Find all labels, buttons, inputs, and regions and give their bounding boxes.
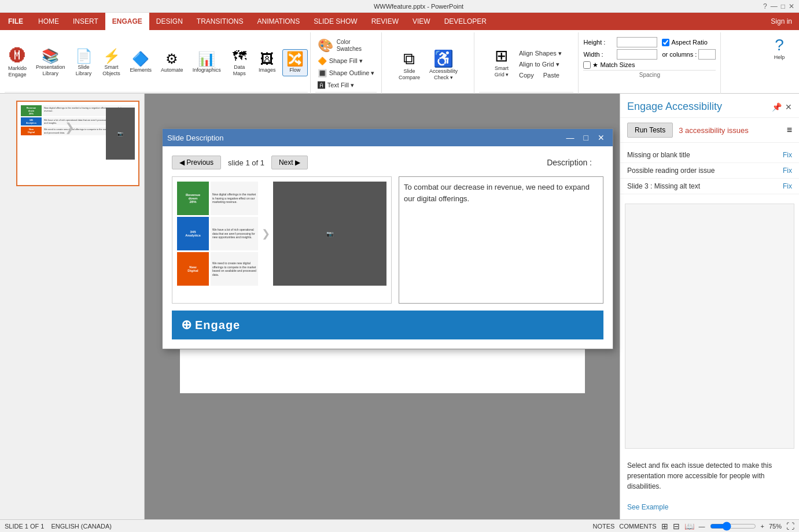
engage-logo-text: Engage <box>195 319 240 332</box>
description-label: Description : <box>547 158 603 167</box>
help-button[interactable]: ? Help <box>767 35 792 63</box>
zoom-out-icon[interactable]: — <box>699 523 705 530</box>
previous-button[interactable]: ◀ Previous <box>172 156 221 169</box>
engage-logo: ⊕ Engage <box>181 317 240 332</box>
file-menu[interactable]: FILE <box>0 13 31 30</box>
accessibility-check-button[interactable]: ♿ AccessibilityCheck ▾ <box>426 49 461 83</box>
images-button[interactable]: 🖼 Images <box>255 50 280 76</box>
align-to-grid-button[interactable]: Align to Grid ▾ <box>517 60 564 69</box>
menu-view[interactable]: VIEW <box>406 13 437 30</box>
smart-objects-button[interactable]: ⚡ SmartObjects <box>99 47 124 79</box>
infographics-button[interactable]: 📊 Infographics <box>189 50 224 76</box>
elements-button[interactable]: 🔷 Elements <box>127 50 156 76</box>
copy-button[interactable]: Copy <box>517 71 536 80</box>
columns-input[interactable] <box>698 49 716 60</box>
zoom-in-icon[interactable]: + <box>761 523 764 530</box>
dialog-title: Slide Description <box>167 134 563 142</box>
ribbon: 🅜 MarkidoEngage 📚 PresentationLibrary 📄 … <box>0 30 799 94</box>
view-reading-icon[interactable]: 📖 <box>684 522 694 531</box>
slide-preview: Revenuedown28% New digital offerings in … <box>172 176 392 304</box>
slide-description-dialog: Slide Description — □ ✕ ◀ Previous slide… <box>162 128 613 349</box>
presentation-library-button[interactable]: 📚 PresentationLibrary <box>32 47 69 79</box>
menu-home[interactable]: HOME <box>31 13 66 30</box>
title-bar: WWWfeature.pptx - PowerPoint ? — □ ✕ <box>0 0 799 13</box>
automate-button[interactable]: ⚙ Automate <box>157 50 187 76</box>
dialog-content: Revenuedown28% New digital offerings in … <box>172 176 603 304</box>
ribbon-group-create: 🅜 MarkidoEngage 📚 PresentationLibrary 📄 … <box>2 32 311 104</box>
zoom-slider[interactable] <box>710 522 756 531</box>
description-textarea[interactable]: To combat our decrease in revenue, we ne… <box>399 176 603 304</box>
width-input[interactable] <box>617 49 657 60</box>
dialog-nav: ◀ Previous slide 1 of 1 Next ▶ Descripti… <box>172 156 603 169</box>
status-bar: SLIDE 1 OF 1 ENGLISH (CANADA) NOTES COMM… <box>0 519 799 532</box>
height-input[interactable] <box>617 37 657 47</box>
menu-slideshow[interactable]: SLIDE SHOW <box>307 13 364 30</box>
aspect-ratio-checkbox[interactable] <box>662 39 669 46</box>
comments-button[interactable]: COMMENTS <box>619 523 656 530</box>
dialog-minimize-button[interactable]: — <box>563 133 578 142</box>
flow-button[interactable]: 🔀 Flow <box>282 49 308 76</box>
minimize-icon[interactable]: — <box>771 2 778 10</box>
text-fill-label: Text Fill ▾ <box>327 82 354 89</box>
color-swatches-button[interactable]: 🎨 ColorSwatches <box>315 37 367 54</box>
dialog-overlay: Slide Description — □ ✕ ◀ Previous slide… <box>0 94 799 519</box>
slide-indicator: slide 1 of 1 <box>228 158 264 167</box>
ribbon-group-align: ⊞ SmartGrid ▾ Align Shapes ▾ Align to Gr… <box>474 32 579 104</box>
paste-button[interactable]: Paste <box>541 71 562 80</box>
next-button[interactable]: Next ▶ <box>271 156 308 169</box>
spacing-group-label: Spacing <box>583 70 716 79</box>
align-shapes-button[interactable]: Align Shapes ▾ <box>517 49 564 58</box>
data-maps-button[interactable]: 🗺 DataMaps <box>227 47 252 79</box>
language-indicator: ENGLISH (CANADA) <box>51 523 112 530</box>
dialog-maximize-button[interactable]: □ <box>580 133 592 142</box>
engage-footer: ⊕ Engage <box>172 311 603 339</box>
menu-developer[interactable]: DEVELOPER <box>437 13 494 30</box>
dialog-controls: — □ ✕ <box>563 133 608 142</box>
notes-button[interactable]: NOTES <box>592 523 614 530</box>
slide-info: SLIDE 1 OF 1 <box>5 523 44 530</box>
dialog-close-button[interactable]: ✕ <box>594 133 608 142</box>
shape-fill-label: Shape Fill ▾ <box>329 57 363 65</box>
shape-outline-button[interactable]: 🔳 Shape Outline ▾ <box>315 68 377 79</box>
help-icon[interactable]: ? <box>763 2 767 10</box>
menu-insert[interactable]: INSERT <box>66 13 105 30</box>
window-controls[interactable]: ? — □ ✕ <box>763 2 794 10</box>
menu-transitions[interactable]: TRANSITIONS <box>190 13 251 30</box>
markido-engage-button[interactable]: 🅜 MarkidoEngage <box>5 46 30 80</box>
maximize-icon[interactable]: □ <box>781 2 785 10</box>
aspect-ratio-label: Aspect Ratio <box>662 39 707 46</box>
window-title: WWWfeature.pptx - PowerPoint <box>74 3 763 10</box>
dialog-titlebar: Slide Description — □ ✕ <box>163 129 613 146</box>
shape-outline-label: Shape Outline ▾ <box>329 69 375 77</box>
smart-grid-button[interactable]: ⊞ SmartGrid ▾ <box>489 46 514 80</box>
ribbon-group-spacing: Height : Aspect Ratio Width : or columns… <box>579 32 721 104</box>
ribbon-group-help: ? Help <box>762 32 797 104</box>
columns-label: or columns : <box>662 49 716 60</box>
sign-in-button[interactable]: Sign in <box>764 13 799 30</box>
slide-compare-button[interactable]: ⧉ SlideCompare <box>395 49 424 83</box>
menu-animations[interactable]: ANIMATIONS <box>251 13 307 30</box>
match-sizes-checkbox[interactable] <box>583 61 591 69</box>
ribbon-group-check: ⧉ SlideCompare ♿ AccessibilityCheck ▾ <box>382 32 474 104</box>
height-label: Height : <box>583 39 612 46</box>
main-area: 1 Revenuedown28% New digital offerings i… <box>0 94 799 519</box>
close-icon[interactable]: ✕ <box>789 2 794 10</box>
menu-design[interactable]: DESIGN <box>149 13 190 30</box>
view-normal-icon[interactable]: ⊞ <box>661 522 668 531</box>
view-slide-sorter-icon[interactable]: ⊟ <box>673 522 680 531</box>
dialog-body: ◀ Previous slide 1 of 1 Next ▶ Descripti… <box>163 146 613 349</box>
text-fill-button[interactable]: 🅰 Text Fill ▾ <box>315 80 356 91</box>
slide-library-button[interactable]: 📄 SlideLibrary <box>71 47 97 79</box>
fit-to-window-icon[interactable]: ⛶ <box>786 522 794 531</box>
ribbon-group-smartcolors: 🎨 ColorSwatches 🔶 Shape Fill ▾ 🔳 Shape O… <box>311 32 382 104</box>
match-sizes-label: ★ Match Sizes <box>583 61 635 69</box>
zoom-level: 75% <box>769 523 782 530</box>
width-label: Width : <box>583 51 612 58</box>
status-right: NOTES COMMENTS ⊞ ⊟ 📖 — + 75% ⛶ <box>592 522 794 531</box>
menu-review[interactable]: REVIEW <box>364 13 406 30</box>
menu-engage[interactable]: ENGAGE <box>105 13 149 30</box>
menu-bar: FILE HOME INSERT ENGAGE DESIGN TRANSITIO… <box>0 13 799 30</box>
shape-fill-button[interactable]: 🔶 Shape Fill ▾ <box>315 56 365 66</box>
